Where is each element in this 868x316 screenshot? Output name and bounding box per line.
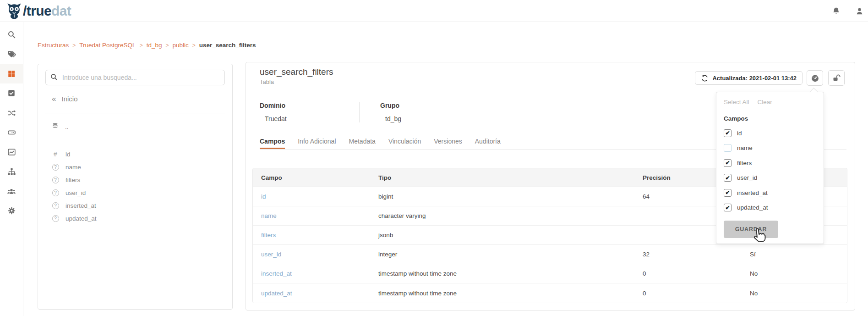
search-input[interactable] [45, 70, 225, 85]
field-label: user_id [66, 189, 86, 196]
checkbox-checked[interactable]: ✔ [724, 159, 732, 167]
option-label: filters [737, 160, 752, 166]
logo-wordmark: /truedat [23, 2, 71, 20]
sidebar-item-charts[interactable] [0, 142, 23, 162]
tipo-cell: character varying [378, 212, 643, 219]
sidebar-item-lineage[interactable] [0, 103, 23, 123]
field-selector-button[interactable] [807, 70, 823, 86]
tab-info-adicional[interactable]: Info Adicional [298, 138, 336, 149]
unlock-button[interactable] [828, 70, 845, 86]
sidebar-item-quality[interactable] [0, 83, 23, 103]
tipo-cell: integer [378, 251, 643, 258]
logo-slash: / [23, 3, 27, 18]
hand-cursor-icon [750, 227, 768, 245]
option-label: updated_at [737, 204, 768, 211]
hash-icon: # [52, 150, 59, 158]
logo-word-secondary: dat [51, 3, 71, 18]
question-circle-icon: ? [52, 215, 59, 222]
field-list-item-inserted-at[interactable]: ? inserted_at [38, 199, 232, 212]
updated-at-button[interactable]: Actualizada: 2021-02-01 13:42 [695, 71, 802, 85]
breadcrumb: Estructuras > Truedat PostgreSQL > td_bg… [38, 42, 256, 49]
sidebar-item-search[interactable] [0, 25, 23, 44]
sidebar-item-hierarchy[interactable] [0, 162, 23, 182]
sidebar-item-users[interactable] [0, 182, 23, 201]
campo-link[interactable]: name [261, 212, 277, 219]
field-list-item-filters[interactable]: ? filters [38, 173, 232, 186]
breadcrumb-link-estructuras[interactable]: Estructuras [38, 42, 69, 49]
gauge-icon [811, 74, 819, 83]
breadcrumb-link-system[interactable]: Truedat PostgreSQL [79, 42, 136, 49]
field-label: id [66, 151, 71, 158]
structure-type-label: Tabla [260, 78, 333, 85]
clear-link[interactable]: Clear [758, 99, 772, 105]
tab-auditoria[interactable]: Auditoría [475, 138, 501, 149]
chart-line-icon [7, 148, 16, 156]
option-id[interactable]: ✔ id [724, 129, 816, 137]
gear-icon [7, 206, 16, 215]
table-row: user_id integer 32 Sí [253, 245, 847, 264]
campo-link[interactable]: id [261, 193, 266, 200]
option-label: id [737, 130, 742, 137]
field-list-item-id[interactable]: # id [38, 148, 232, 161]
nullable-cell: No [750, 270, 847, 277]
select-all-link[interactable]: Select All [724, 99, 749, 105]
field-list-item-updated-at[interactable]: ? updated_at [38, 212, 232, 225]
field-label: inserted_at [66, 202, 96, 209]
tab-vinculacion[interactable]: Vinculación [388, 138, 421, 149]
sidebar-item-structures-grid[interactable] [0, 64, 23, 83]
campo-link[interactable]: user_id [261, 251, 281, 258]
checkbox-checked[interactable]: ✔ [724, 174, 732, 182]
campo-link[interactable]: inserted_at [261, 270, 292, 277]
option-updated-at[interactable]: ✔ updated_at [724, 204, 816, 211]
field-list: # id ? name ? filters ? user_id ? insert… [38, 148, 232, 225]
campo-link[interactable]: updated_at [261, 290, 292, 297]
shuffle-icon [7, 109, 16, 117]
checkbox-checked[interactable]: ✔ [724, 189, 732, 197]
campo-link[interactable]: filters [261, 232, 276, 238]
tab-versiones[interactable]: Versiones [434, 138, 462, 149]
checkbox-checked[interactable]: ✔ [724, 204, 732, 211]
notifications-bell-icon[interactable] [831, 6, 841, 18]
option-inserted-at[interactable]: ✔ inserted_at [724, 189, 816, 197]
parent-schema-row[interactable]: .. [38, 120, 232, 133]
breadcrumb-separator-icon: > [72, 42, 76, 49]
breadcrumb-separator-icon: > [140, 42, 143, 49]
precision-cell: 32 [643, 251, 750, 258]
field-list-item-name[interactable]: ? name [38, 161, 232, 173]
breadcrumb-link-database[interactable]: td_bg [147, 42, 162, 49]
checkbox-checked[interactable]: ✔ [724, 129, 732, 137]
tab-metadata[interactable]: Metadata [349, 138, 376, 149]
tab-campos[interactable]: Campos [260, 138, 285, 149]
checkbox-unchecked[interactable] [724, 144, 732, 152]
table-row: inserted_at timestamp without time zone … [253, 264, 847, 283]
user-menu-icon[interactable] [855, 6, 864, 18]
tags-icon [7, 50, 16, 59]
sidebar-item-settings[interactable] [0, 201, 23, 221]
unlock-icon [832, 74, 841, 83]
app-header: /truedat [0, 0, 868, 22]
structure-header: user_search_filters Tabla [260, 67, 333, 85]
sidebar-item-tags[interactable] [0, 44, 23, 64]
search-icon [7, 30, 16, 39]
tipo-cell: bigint [378, 193, 643, 200]
field-label: filters [66, 177, 80, 183]
question-circle-icon: ? [52, 164, 59, 171]
tipo-cell: timestamp without time zone [378, 270, 643, 277]
column-header-campo: Campo [253, 174, 378, 181]
option-name[interactable]: name [724, 144, 816, 152]
question-circle-icon: ? [52, 189, 59, 196]
nav-home-row[interactable]: « Inicio [38, 92, 232, 105]
field-selector-popover: Select All Clear Campos ✔ id name ✔ filt… [716, 92, 824, 244]
precision-cell: 0 [643, 290, 750, 297]
field-list-item-user-id[interactable]: ? user_id [38, 186, 232, 199]
option-label: inserted_at [737, 189, 768, 196]
breadcrumb-separator-icon: > [192, 42, 196, 49]
page-title: user_search_filters [260, 67, 333, 77]
domain-label: Dominio [260, 102, 359, 109]
grid-icon [7, 70, 16, 78]
home-label: Inicio [61, 95, 77, 103]
option-user-id[interactable]: ✔ user_id [724, 174, 816, 182]
breadcrumb-link-schema[interactable]: public [172, 42, 188, 49]
sidebar-item-systems[interactable] [0, 122, 23, 142]
option-filters[interactable]: ✔ filters [724, 159, 816, 167]
